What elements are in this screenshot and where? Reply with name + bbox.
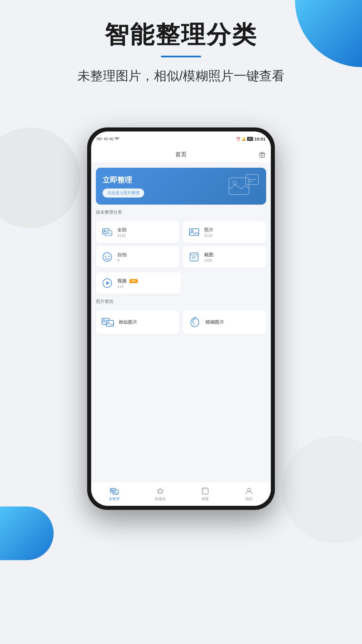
svg-rect-8: [189, 229, 199, 235]
main-title: 智能整理分类: [0, 20, 362, 49]
category-photo-count: 8118: [204, 233, 214, 237]
category-selfie-icon: [101, 251, 113, 263]
status-signal: HD⁵ 4G 4G: [97, 137, 119, 141]
find-similar-name: 相似图片: [119, 319, 137, 325]
section2-label: 照片查找: [96, 299, 266, 305]
title-underline: [161, 56, 201, 57]
trash-button[interactable]: [259, 151, 265, 158]
banner-card[interactable]: 立即整理 点击进入照片整理: [96, 168, 266, 205]
category-all[interactable]: 全部 8118: [96, 221, 179, 243]
category-selfie[interactable]: 自拍 0: [96, 246, 179, 268]
category-screenshot-info: 截图 1650: [204, 252, 214, 262]
bg-decoration-gray-bottom: [282, 436, 362, 543]
svg-rect-18: [106, 320, 114, 326]
header-area: 智能整理分类 未整理图片，相似/模糊照片一键查看: [0, 20, 362, 85]
category-photo-name: 照片: [204, 227, 214, 233]
signal-4g1: 4G: [104, 137, 108, 141]
phone-mockup: HD⁵ 4G 4G ⏰ 🔔: [87, 127, 275, 510]
svg-point-28: [247, 488, 250, 491]
category-all-icon: [101, 226, 113, 238]
nav-mine-label: 我的: [245, 496, 253, 501]
category-video-info: 视频 VIP 114: [117, 278, 138, 288]
app-content: 立即整理 点击进入照片整理 按未整理分类: [91, 163, 271, 482]
category-video-name: 视频: [117, 278, 127, 284]
section1-label: 按未整理分类: [96, 209, 266, 215]
vip-badge: VIP: [129, 279, 138, 283]
bg-decoration-bottom-left: [0, 506, 54, 560]
nav-mine[interactable]: 我的: [245, 487, 253, 501]
bell-icon: 🔔: [242, 137, 246, 141]
category-video[interactable]: 视频 VIP 114: [96, 272, 181, 294]
category-screenshot-icon: [188, 251, 200, 263]
category-all-count: 8118: [117, 233, 127, 237]
phone-screen: HD⁵ 4G 4G ⏰ 🔔: [91, 131, 271, 506]
nav-album-icon: [201, 487, 209, 495]
category-screenshot-name: 截图: [204, 252, 214, 258]
category-selfie-count: 0: [117, 258, 127, 262]
svg-rect-24: [202, 488, 208, 494]
nav-unorganized[interactable]: 未整理: [109, 487, 120, 501]
find-blurry-name: 模糊图片: [205, 319, 224, 325]
wifi-icon: [115, 137, 119, 141]
photo-find-grid: 相似图片 模糊图片: [96, 311, 266, 334]
status-bar: HD⁵ 4G 4G ⏰ 🔔: [91, 131, 271, 146]
banner-icon: [227, 173, 261, 200]
nav-favorites-label: 收藏夹: [155, 496, 166, 501]
time-display: 10:01: [254, 137, 265, 142]
category-grid: 全部 8118: [96, 221, 266, 268]
signal-4g2: 4G: [109, 137, 114, 141]
alarm-icon: ⏰: [236, 137, 240, 141]
category-photo-icon: [188, 226, 200, 238]
bg-decoration-gray-mid: [0, 127, 80, 228]
svg-point-12: [108, 256, 110, 257]
nav-favorites-icon: [156, 487, 165, 495]
category-all-info: 全部 8118: [117, 227, 127, 237]
find-similar-icon: [101, 316, 115, 329]
signal-text: HD⁵: [97, 137, 103, 141]
battery-level: 89: [247, 137, 253, 141]
sub-title: 未整理图片，相似/模糊照片一键查看: [0, 67, 362, 85]
category-screenshot[interactable]: 截图 1650: [183, 246, 266, 268]
nav-favorites[interactable]: 收藏夹: [155, 487, 166, 501]
find-blurry[interactable]: 模糊图片: [183, 311, 266, 334]
svg-rect-25: [203, 488, 204, 494]
svg-rect-26: [202, 489, 208, 490]
category-video-icon: [101, 277, 113, 289]
app-header-title: 首页: [175, 151, 187, 158]
category-video-count: 114: [117, 284, 138, 288]
status-time-battery: ⏰ 🔔 89 10:01: [236, 137, 265, 142]
category-selfie-info: 自拍 0: [117, 252, 127, 262]
banner-button[interactable]: 点击进入照片整理: [103, 189, 144, 198]
svg-rect-0: [260, 153, 264, 157]
category-all-name: 全部: [117, 227, 127, 233]
nav-album-label: 相册: [201, 496, 209, 501]
svg-rect-6: [105, 231, 112, 236]
category-photo[interactable]: 照片 8118: [183, 221, 266, 243]
category-screenshot-count: 1650: [204, 258, 214, 262]
nav-mine-icon: [245, 487, 253, 495]
find-blurry-icon: [188, 316, 201, 329]
svg-point-11: [105, 256, 106, 257]
category-photo-info: 照片 8118: [204, 227, 214, 237]
svg-point-10: [103, 253, 112, 261]
svg-marker-15: [106, 281, 110, 285]
category-selfie-name: 自拍: [117, 252, 127, 258]
nav-unorganized-icon: [110, 487, 119, 495]
find-similar[interactable]: 相似图片: [96, 311, 179, 334]
nav-album[interactable]: 相册: [201, 487, 209, 501]
nav-unorganized-label: 未整理: [109, 496, 120, 501]
bottom-nav: 未整理 收藏夹: [91, 482, 271, 506]
phone-outer-shell: HD⁵ 4G 4G ⏰ 🔔: [87, 127, 275, 510]
svg-point-2: [233, 181, 236, 184]
app-header: 首页: [91, 146, 271, 163]
video-row: 视频 VIP 114: [96, 272, 266, 294]
